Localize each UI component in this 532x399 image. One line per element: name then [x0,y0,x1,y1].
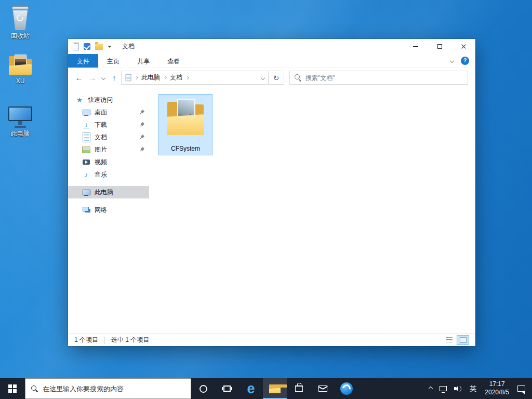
speaker-icon [454,385,462,392]
desktop-icon-this-pc[interactable]: 此电脑 [4,106,36,138]
pinned-app-button[interactable] [335,378,358,399]
up-button[interactable]: ↑ [108,71,121,85]
mail-button[interactable] [311,378,335,399]
folder-thumbnail-icon [164,98,207,139]
hidden-icons-button[interactable] [425,378,436,399]
breadcrumb-documents[interactable]: 文档 [170,73,182,82]
network-icon [82,206,90,214]
back-button[interactable]: ← [72,71,86,85]
recent-locations-button[interactable] [99,71,108,85]
expand-ribbon-icon[interactable] [450,59,454,63]
tab-home[interactable]: 主页 [98,54,128,68]
details-view-button[interactable] [443,335,455,345]
address-dropdown-icon[interactable] [261,75,265,79]
breadcrumb-separator-icon[interactable] [185,76,189,79]
status-separator [104,337,105,344]
windows-logo-icon [8,384,17,393]
chevron-up-icon [429,387,433,391]
close-icon [461,44,467,49]
explorer-window-icon [73,43,79,50]
desktop-icon [82,108,90,116]
address-bar[interactable]: 此电脑 文档 [121,71,269,85]
ime-indicator[interactable]: 英 [466,378,480,399]
file-item-label: CFSystem [171,145,200,152]
edge-button[interactable] [239,378,263,399]
properties-icon[interactable] [84,43,90,50]
sidebar-item-network[interactable]: 网络 [68,204,149,216]
refresh-button[interactable]: ↻ [269,71,284,85]
network-tray-button[interactable] [436,378,450,399]
sidebar-item-label: 快速访问 [88,96,113,104]
desktop: 回收站 XU 此电脑 文档 文件 主页 共享 [0,0,532,399]
sidebar-item-desktop[interactable]: 桌面 [68,106,149,118]
titlebar[interactable]: 文档 [68,39,475,54]
status-bar: 1 个项目 选中 1 个项目 [68,334,475,346]
taskbar-search-input[interactable] [43,385,185,393]
star-icon [75,96,84,104]
selected-count: 选中 1 个项目 [111,336,149,344]
sidebar-item-label: 下载 [95,121,107,129]
sidebar-item-label: 桌面 [95,108,107,117]
computer-icon [82,188,90,196]
file-item-cfsystem[interactable]: CFSystem [158,94,212,155]
desktop-icon-recycle-bin[interactable]: 回收站 [4,5,36,41]
sidebar-item-label: 音乐 [95,170,107,179]
pictures-icon [82,145,90,154]
store-button[interactable] [287,378,311,399]
search-icon [295,74,301,81]
document-icon [82,133,90,141]
sidebar-item-documents[interactable]: 文档 [68,131,149,143]
file-list[interactable]: CFSystem [149,87,475,334]
volume-button[interactable] [450,378,466,399]
file-explorer-icon [269,384,281,393]
edge-icon [247,382,255,396]
file-explorer-button[interactable] [263,378,287,399]
close-button[interactable] [451,39,475,54]
sidebar-item-pictures[interactable]: 图片 [68,143,149,156]
window-title: 文档 [122,42,135,51]
search-input[interactable] [305,74,463,82]
desktop-icon-user-folder[interactable]: XU [4,54,36,85]
details-view-icon [446,337,453,343]
task-view-button[interactable] [215,378,239,399]
navigation-bar: ← → ↑ 此电脑 文档 ↻ [68,68,475,87]
tab-view[interactable]: 查看 [158,54,189,68]
pinned-app-icon [340,382,353,395]
clock[interactable]: 17:17 2020/8/5 [480,378,514,399]
minimize-button[interactable] [404,39,428,54]
sidebar-item-music[interactable]: 音乐 [68,168,149,181]
maximize-icon [437,44,442,49]
pin-icon [138,121,146,129]
breadcrumb-separator-icon[interactable] [163,76,167,79]
sidebar-item-downloads[interactable]: 下载 [68,118,149,131]
new-folder-icon[interactable] [95,44,103,50]
recycle-bin-icon [10,5,30,30]
music-icon [82,170,90,179]
customize-toolbar-icon[interactable] [108,46,112,48]
sidebar-item-quick-access[interactable]: 快速访问 [68,94,149,106]
taskbar-search-box[interactable] [25,378,191,399]
minimize-icon [413,46,418,47]
sidebar-item-videos[interactable]: 视频 [68,156,149,168]
tab-file[interactable]: 文件 [68,54,98,68]
tab-share[interactable]: 共享 [128,54,158,68]
search-box[interactable] [289,71,468,85]
cortana-icon [200,385,207,393]
mail-icon [318,385,327,392]
pin-icon [138,108,146,116]
cortana-button[interactable] [191,378,215,399]
start-button[interactable] [0,378,25,399]
sidebar-item-label: 视频 [95,158,107,167]
action-center-button[interactable] [514,378,532,399]
thumbnails-view-button[interactable] [457,335,469,345]
sidebar-item-this-pc[interactable]: 此电脑 [68,186,149,198]
breadcrumb-this-pc[interactable]: 此电脑 [141,73,160,82]
system-tray: 英 17:17 2020/8/5 [425,378,532,399]
desktop-icon-label: 此电脑 [11,129,30,138]
pin-icon [138,133,146,141]
forward-button[interactable]: → [86,71,99,85]
this-pc-icon [8,106,33,128]
maximize-button[interactable] [428,39,451,54]
breadcrumb-separator-icon[interactable] [135,76,138,79]
help-icon[interactable] [461,57,469,65]
